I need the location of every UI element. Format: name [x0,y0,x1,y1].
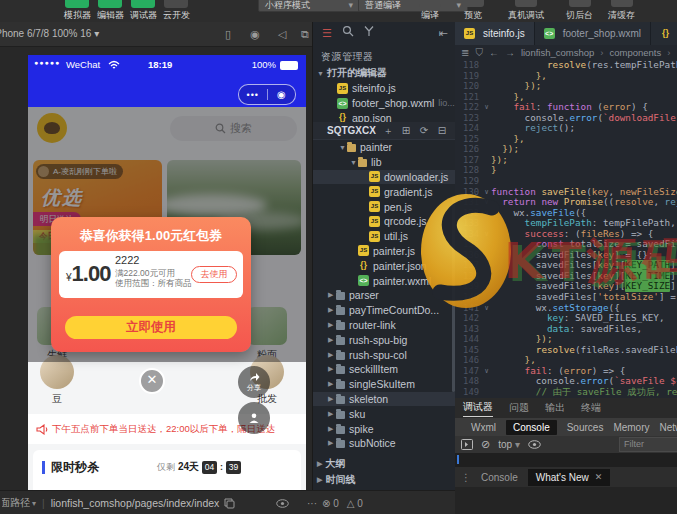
coupon-use-link[interactable]: 去使用 [191,266,237,283]
sidebar-toggle-icon[interactable] [461,439,473,450]
toolbar-button-3[interactable]: 调试器 [130,0,156,22]
tree-folder[interactable]: ▶skeleton [313,392,456,407]
breadcrumb[interactable]: ≣ ⛉ ← → lionfish_comshop › components › [455,45,677,60]
tree-file[interactable]: JSgradient.js [313,184,456,199]
tree-folder[interactable]: ▼lib [313,155,456,170]
tree-file[interactable]: JSqrcode.js [313,214,456,229]
forward-icon[interactable]: → [505,47,515,58]
toolbar-button-4[interactable]: 云开发 [163,0,189,22]
compile-action-4[interactable]: 切后台 [566,0,593,22]
compile-action-5[interactable]: 清缓存 [608,0,635,22]
path-label[interactable]: 页面路径 [2,496,30,510]
filter-icon[interactable] [363,25,379,41]
breadcrumb-segment[interactable]: lionfish_comshop [521,47,594,58]
refresh-icon[interactable]: ⟳ [417,124,431,138]
collapse-all-icon[interactable]: ⊟ [435,124,449,138]
eye-icon[interactable] [528,440,541,449]
new-file-icon[interactable]: ＋ [381,124,395,138]
tree-folder[interactable]: ▼painter [313,140,456,155]
mode-select[interactable]: 小程序模式 ▾ [258,0,360,12]
fold-chevron-icon[interactable]: ∨ [482,187,491,198]
contact-button[interactable] [238,402,270,434]
fold-chevron-icon[interactable]: ∨ [482,366,491,377]
fold-chevron-icon[interactable]: ∨ [482,102,491,113]
project-section-header[interactable]: SQTGXCX ＋ ⊞ ⟳ ⊟ [313,122,456,139]
open-editors-header[interactable]: ▼ 打开的编辑器 [313,65,456,81]
exit-circle-icon[interactable]: ◉ [268,89,296,100]
panel-tab-1[interactable]: 调试器 [463,400,493,417]
tree-folder[interactable]: ▶subNotice [313,436,456,451]
device-selector[interactable]: iPhone 6/7/8 100% 16 ▾ [0,22,99,46]
tree-folder[interactable]: ▶rush-spu-col [313,347,456,362]
coupon-cta-button[interactable]: 立即使用 [65,316,237,339]
modal-close-button[interactable]: ✕ [139,368,165,394]
tree-folder[interactable]: ▶parser [313,288,456,303]
devtools-tab-console[interactable]: Console [506,420,557,435]
mute-icon[interactable]: ◁ [274,26,290,42]
problems-indicator[interactable]: ⊗ 0 △ 0 [322,498,363,509]
clear-console-icon[interactable]: ⊘ [481,438,490,451]
compile-action-1[interactable]: 编译 [419,0,441,22]
tree-folder[interactable]: ▶singleSkuItem [313,377,456,392]
tree-folder[interactable]: ▶sku [313,406,456,421]
tree-folder[interactable]: ▶spike [313,421,456,436]
tree-file[interactable]: {}painter.json [313,258,456,273]
compile-action-3[interactable]: 真机调试 [508,0,544,22]
detach-window-icon[interactable]: ⧉ [297,26,312,42]
fold-chevron-icon[interactable]: ∨ [482,197,491,208]
back-icon[interactable]: ← [489,47,499,58]
editor-tab[interactable]: {}app.json [651,22,677,45]
panel-tab-4[interactable]: 终端 [581,401,601,415]
code-area[interactable]: 118 resolve(res.tempFilePath);119 },120 … [455,60,677,398]
copy-icon[interactable] [224,498,235,509]
devtools-tab-memory[interactable]: Memory [613,422,649,433]
tree-file[interactable]: JSdownloader.js [313,170,456,185]
console-output[interactable] [455,487,677,514]
eye-icon[interactable] [276,499,289,508]
tree-folder[interactable]: ▶router-link [313,318,456,333]
tab-console[interactable]: Console [481,472,518,483]
panel-tab-2[interactable]: 问题 [509,401,529,415]
new-folder-icon[interactable]: ⊞ [399,124,413,138]
tree-folder[interactable]: ▶rush-spu-big [313,332,456,347]
devtools-tab-network[interactable]: Network [660,422,677,433]
category-item[interactable]: 豆 [34,355,80,406]
menu-icon[interactable]: ☰ [319,25,335,41]
console-filter-input[interactable]: Filter [619,437,677,452]
toolbar-button-2[interactable]: 编辑器 [97,0,123,22]
devtools-tab-sources[interactable]: Sources [567,422,604,433]
seckill-card[interactable]: 限时秒杀 仅剩 24天 04 : 39 [33,450,301,490]
panel-tab-3[interactable]: 输出 [545,401,565,415]
chevron-down-icon[interactable]: ▾ [32,499,36,508]
fold-chevron-icon[interactable]: ∨ [482,208,491,219]
page-path[interactable]: lionfish_comshop/pages/index/index [51,497,220,509]
toolbar-button-1[interactable]: 模拟器 [64,0,90,22]
more-dots-icon[interactable]: ··· [307,498,317,509]
context-select[interactable]: top ▾ [498,439,520,450]
kebab-menu-icon[interactable]: ⋮ [461,472,471,483]
close-icon[interactable]: ✕ [595,472,603,482]
tree-file[interactable]: JSpainter.js [313,244,456,259]
collapse-panel-icon[interactable]: ⇤ [435,25,451,41]
tree-folder[interactable]: ▶seckillItem [313,362,456,377]
phone-frame-icon[interactable]: ▯ [220,26,236,42]
tree-file[interactable]: JSutil.js [313,229,456,244]
open-editor-item[interactable]: JSsiteinfo.js [313,81,456,96]
outline-section[interactable]: ▶ 大纲 [313,456,456,472]
fold-chevron-icon[interactable]: ∨ [482,303,491,314]
share-button[interactable]: 分享 [238,366,270,398]
outline-list-icon[interactable]: ≣ [461,47,469,58]
compile-mode-select[interactable]: 普通编译 ▾ [358,0,468,12]
bookmark-icon[interactable]: ⛉ [475,47,483,59]
fold-chevron-icon[interactable]: ∨ [482,229,491,240]
tree-folder[interactable]: ▶payTimeCountDo... [313,303,456,318]
record-icon[interactable]: ◉ [247,26,263,42]
timeline-section[interactable]: ▶ 时间线 [313,472,456,488]
tab-whats-new[interactable]: What's New ✕ [528,469,611,486]
search-icon[interactable] [342,25,358,41]
tree-file[interactable]: JSpen.js [313,199,456,214]
editor-tab[interactable]: <>footer_shop.wxml [535,22,651,45]
breadcrumb-segment[interactable]: components [609,47,661,58]
compile-action-2[interactable]: 预览 [462,0,484,22]
editor-tab[interactable]: JSsiteinfo.js [455,22,535,45]
